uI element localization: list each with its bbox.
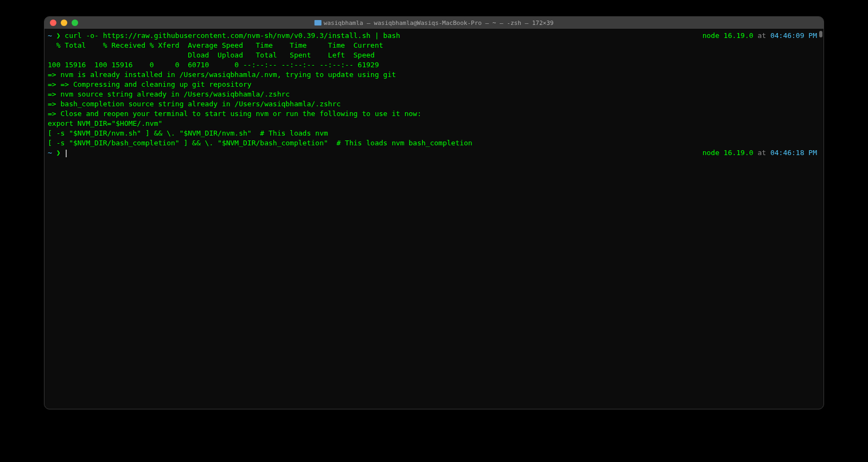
node-version: node 16.19.0 [703,149,754,157]
prompt-tilde: ~ [48,149,52,157]
prompt-line-2[interactable]: ~ ❯ node 16.19.0 at 04:46:18 PM [48,148,820,158]
output-line: [ -s "$NVM_DIR/bash_completion" ] && \. … [48,138,820,148]
prompt-chevron: ❯ [52,31,65,40]
cursor-icon [66,150,67,157]
minimize-button[interactable] [61,20,67,26]
output-line: => Close and reopen your terminal to sta… [48,109,820,119]
terminal-window: wasiqbhamla — wasiqbhamla@Wasiqs-MacBook… [44,16,824,409]
maximize-button[interactable] [72,20,78,26]
window-title: wasiqbhamla — wasiqbhamla@Wasiqs-MacBook… [315,20,554,27]
output-line: % Total % Received % Xferd Average Speed… [48,41,820,50]
title-bar[interactable]: wasiqbhamla — wasiqbhamla@Wasiqs-MacBook… [44,17,824,29]
scroll-indicator[interactable] [819,31,822,37]
output-line: export NVM_DIR="$HOME/.nvm" [48,119,820,129]
output-line: => nvm is already installed in /Users/wa… [48,70,820,80]
prompt-line-1: ~ ❯ curl -o- https://raw.githubuserconte… [48,31,820,41]
output-line: [ -s "$NVM_DIR/nvm.sh" ] && \. "$NVM_DIR… [48,129,820,138]
output-line: => => Compressing and cleaning up git re… [48,80,820,89]
at-word: at [754,31,770,40]
timestamp: 04:46:18 PM [770,149,817,157]
output-line: => bash_completion source string already… [48,99,820,109]
prompt-chevron: ❯ [52,149,65,157]
output-line: => nvm source string already in /Users/w… [48,89,820,99]
command-text: curl -o- https://raw.githubusercontent.c… [65,31,400,40]
window-title-text: wasiqbhamla — wasiqbhamla@Wasiqs-MacBook… [324,20,554,27]
at-word: at [754,149,770,157]
right-prompt-1: node 16.19.0 at 04:46:09 PM [703,31,820,41]
output-line: 100 15916 100 15916 0 0 60710 0 --:--:--… [48,60,820,70]
timestamp: 04:46:09 PM [770,31,817,40]
prompt-tilde: ~ [48,31,52,40]
right-prompt-2: node 16.19.0 at 04:46:18 PM [703,148,820,158]
folder-icon [315,20,322,25]
terminal-body[interactable]: ~ ❯ curl -o- https://raw.githubuserconte… [44,29,824,409]
traffic-lights [50,20,78,26]
output-line: Dload Upload Total Spent Left Speed [48,50,820,60]
node-version: node 16.19.0 [703,31,754,40]
close-button[interactable] [50,20,56,26]
